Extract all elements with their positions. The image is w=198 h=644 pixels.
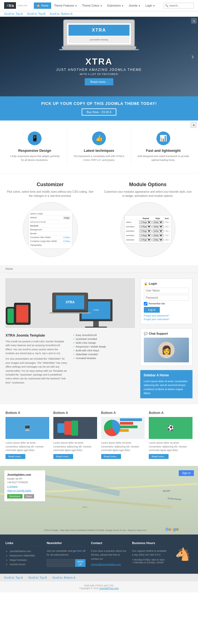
article-text-col: XTRA Joomla Template This month we prese… [6, 333, 67, 385]
nav-extensions-label: Extensions [107, 4, 121, 7]
map-address: Muster Str./Pl. [7, 477, 42, 480]
footer-link-4[interactable]: Joomla Forum [10, 562, 41, 567]
module-style-select-3[interactable]: Default [152, 229, 163, 233]
module-row-1: ribbon [126, 221, 138, 223]
module-repeat-select-2[interactable]: ☑ Repeat [139, 225, 152, 228]
password-input[interactable] [144, 295, 189, 301]
bottom-a-text-2: Lorem ipsum dolor sit amet, consectetur … [53, 441, 97, 452]
logo-tagline: TEMPLATE [17, 5, 27, 7]
newsletter-form: SIGN UP [47, 559, 86, 567]
hero-subtitle: JUST ANOTHER AMAZING JOOMLA THEME [0, 68, 198, 72]
mockup-default-label: default [30, 216, 37, 219]
map-phone: +49 8127 9705025 [7, 481, 42, 484]
bottom-scroll-bottom-a[interactable]: Scroll to: Bottom-A [52, 576, 75, 579]
remember-me-checkbox[interactable] [144, 302, 147, 306]
bottom-a-readmore-3[interactable]: Read more... [101, 454, 121, 459]
article-content: XTRA Joomla Template This month we prese… [6, 333, 135, 385]
map-sign-in-button[interactable]: Sign In [179, 470, 194, 476]
map-directions-button[interactable]: Directions [7, 494, 23, 499]
bottom-a-readmore-2[interactable]: Read more... [53, 454, 73, 459]
module-style-select-4[interactable]: Default [152, 234, 163, 237]
footer-site-link[interactable]: JoomlaPlyes.com [99, 587, 119, 590]
map-section: Muster Straßenlander Muni Joomlaplates.c… [0, 466, 198, 534]
buy-banner: PICK UP YOUR COPY OF THIS JOOMLA THEME T… [0, 96, 198, 121]
feature-lightweight: 📊 Fast and lightweight Well designed and… [134, 129, 193, 165]
bottom-scroll-top-b[interactable]: Scroll to: Top-B [28, 576, 47, 579]
hero-description: WITH A LOT OF FEATURES! [0, 73, 198, 75]
map-view-link[interactable]: View on Google Maps [7, 489, 42, 492]
nav-theme-colors[interactable]: Theme Colors ▼ [80, 2, 105, 9]
mockup-advanced: Advanced Mode [30, 220, 70, 224]
scroll-bottom-a[interactable]: Scroll to: Bottom-A [50, 12, 72, 15]
hero-collapse-button[interactable]: ∧ [191, 18, 197, 24]
map-save-button[interactable]: Save [24, 494, 34, 499]
module-repeat-select-3[interactable]: ☑ Repeat [139, 229, 152, 233]
article-text-1: This month we present a multi-color Joom… [6, 340, 67, 355]
map-reviews-link[interactable]: 2 reviews [7, 485, 42, 488]
scroll-top-b[interactable]: Scroll to: Top-B [27, 12, 46, 15]
nav-home-label: Home [41, 4, 49, 7]
bottom-scroll-top-a[interactable]: Scroll to: Top-A [4, 576, 23, 579]
module-options-desc: Customize your modules appearance and se… [103, 190, 193, 198]
mockup-style-label: select a style [30, 212, 43, 215]
hero-content: XTRA JUST ANOTHER AMAZING JOOMLA THEME W… [0, 57, 198, 85]
module-icon-3: □ [164, 230, 170, 232]
nav-extensions[interactable]: Extensions ▼ [105, 2, 126, 9]
module-col-1 [126, 217, 140, 219]
nav-login[interactable]: Login ▼ [143, 2, 157, 9]
hero-read-more-button[interactable]: Read more... [85, 78, 113, 85]
feature-techniques-desc: The framework is completely built with H… [73, 154, 126, 162]
module-style-select-1[interactable]: Default [152, 221, 163, 224]
feature-checklist: ✓ Easy SmoothScroll ✓ Quickstart Include… [73, 333, 135, 360]
nav-theme-colors-label: Theme Colors [82, 4, 99, 7]
footer-link-2[interactable]: Responsive SlideSlider [10, 553, 41, 558]
bottom-a-title-2: Bottom A [53, 411, 97, 415]
collapse-features-button[interactable]: ∧ [191, 122, 197, 128]
hero-next-arrow[interactable]: › [191, 52, 194, 61]
feature-techniques: 👍 Latest techniques The framework is com… [70, 129, 128, 165]
feature-responsive-desc: A fully responsive layout that adapts pe… [8, 154, 61, 162]
module-row-5: animation [126, 239, 138, 241]
username-input[interactable] [144, 288, 189, 293]
bottom-a-item-4: Bottom A ⚽ Lorem ipsum dolor sit amet, c… [149, 411, 193, 459]
module-row-3: animation [126, 230, 138, 232]
mockup-copy-btn[interactable]: Copy [63, 216, 70, 219]
bottom-a-text-3: Lorem ipsum dolor sit amet, consectetur … [101, 441, 145, 452]
module-style-select-2[interactable]: Default [152, 225, 163, 228]
forgot-username-link[interactable]: Forgot your username? [144, 318, 189, 321]
logo-rest: tra [9, 3, 14, 8]
module-style-select-5[interactable]: Default [152, 238, 163, 241]
bottom-a-readmore-1[interactable]: Read more... [6, 454, 25, 459]
module-repeat-select-4[interactable]: ☑ Repeat [139, 234, 152, 237]
bottom-a-text-1: Lorem ipsum dolor sit amet, consectetur … [6, 441, 49, 452]
customizer-desc: Pick colors, select fonts and modify siz… [6, 190, 95, 198]
login-widget-title: 🔒 Login [144, 282, 189, 285]
scroll-top-a[interactable]: Scroll to: Top-A [4, 12, 23, 15]
newsletter-email-input[interactable] [47, 559, 74, 567]
map-watermark: ©2014 Google · Map data ©2014 GeoBasis-D… [44, 529, 146, 531]
footer-sat-sun: Saturday & Sunday: closed [134, 561, 164, 564]
chevron-down-icon-3: ▼ [122, 5, 124, 7]
nav-home[interactable]: 🏠 Home [34, 2, 51, 9]
forgot-password-link[interactable]: Forgot your password? [144, 314, 189, 317]
module-repeat-select-5[interactable]: ☑ Repeat [139, 238, 152, 241]
footer-bottom: Built with HTML5 and CSS Copyright © 201… [0, 581, 198, 592]
login-button[interactable]: Log In [144, 307, 160, 313]
module-options-col: Module Options Customize your modules ap… [103, 182, 193, 257]
nav-joomla-label: Joomla [129, 4, 138, 7]
logo[interactable]: Xtra TEMPLATE [4, 2, 28, 9]
module-repeat-select-1[interactable]: ☑ Repeat [139, 221, 152, 224]
footer-link-1[interactable]: JoomlaPlatess.com [10, 549, 41, 553]
footer-contact-email[interactable]: support@joomlaplates.com [91, 563, 121, 566]
feature-lightweight-desc: Well designed and coded framework to pro… [137, 154, 190, 162]
nav-theme-features[interactable]: Theme Features ▼ [52, 2, 79, 9]
nav-joomla[interactable]: Joomla ▼ [127, 2, 143, 9]
module-col-repeat: Repeat [141, 217, 152, 219]
footer-links-list: JoomlaPlatess.com Responsive SlideSlider… [6, 549, 41, 567]
buy-now-button[interactable]: Buy Now - 23.00 € [82, 108, 117, 116]
bottom-a-readmore-4[interactable]: Read more... [149, 454, 169, 459]
footer-link-3[interactable]: Mega Fontware [10, 558, 41, 562]
module-options-title: Module Options [103, 182, 193, 187]
laptop-screen-title: XTRA [92, 28, 106, 33]
newsletter-signup-button[interactable]: SIGN UP [75, 559, 86, 567]
